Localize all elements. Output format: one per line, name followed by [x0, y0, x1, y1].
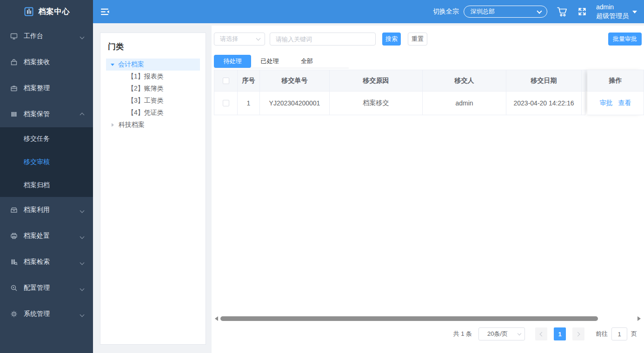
tree-node-label: 会计档案	[118, 60, 144, 69]
content-panel: 请选择 搜索 重置 批量审批 待处理 已处理 全部 序号 移交单号 移交原因 移…	[212, 26, 644, 353]
column-header-action: 操作	[587, 70, 644, 92]
cart-icon[interactable]	[557, 7, 568, 17]
pagination: 共 1 条 20条/页 1 前往 页	[453, 327, 637, 340]
sidebar-subitem-transfer-review[interactable]: 移交审核	[0, 150, 93, 174]
tree-child-report[interactable]: 【1】报表类	[106, 71, 200, 83]
cell-reason: 档案移交	[330, 92, 423, 115]
view-link[interactable]: 查看	[618, 99, 631, 107]
sidebar-item-archive-dispose[interactable]: 档案处置	[0, 223, 93, 249]
tab-pending[interactable]: 待处理	[214, 55, 251, 68]
tree-title: 门类	[108, 41, 200, 52]
tree-child-label: 【1】报表类	[127, 72, 164, 81]
sidebar-item-archive-arrange[interactable]: 档案整理	[0, 75, 93, 101]
chevron-down-icon	[80, 258, 84, 266]
total-count: 共 1 条	[453, 330, 472, 338]
sidebar-item-archive-search[interactable]: 档案检索	[0, 249, 93, 275]
main-area: 门类 会计档案 【1】报表类 【2】账簿类 【3】工资类 【4】凭证类 科技档案…	[93, 23, 644, 353]
tree-child-voucher[interactable]: 【4】凭证类	[106, 107, 200, 119]
magnifier-gear-icon	[10, 284, 18, 292]
sidebar-item-archive-use[interactable]: 档案利用	[0, 197, 93, 223]
table-row: 1 YJ202304200001 档案移交 admin 2023-04-20 1…	[214, 92, 587, 115]
tree-child-label: 【2】账簿类	[127, 85, 164, 93]
next-page-button[interactable]	[572, 327, 584, 340]
tree-node-label: 科技档案	[119, 121, 145, 129]
filter-select[interactable]: 请选择	[214, 33, 265, 46]
org-selected-value: 深圳总部	[471, 7, 495, 16]
tab-processed[interactable]: 已处理	[251, 55, 288, 68]
sidebar-item-archive-keep[interactable]: 档案保管	[0, 101, 93, 127]
archive-icon	[10, 111, 18, 118]
archive-keep-submenu: 移交任务 移交审核 档案归档	[0, 127, 93, 197]
column-header-date: 移交日期	[506, 70, 582, 92]
tab-all[interactable]: 全部	[288, 55, 325, 68]
cell-spacer	[582, 92, 585, 115]
search-button[interactable]: 搜索	[382, 33, 401, 46]
page-size-value: 20条/页	[487, 330, 508, 338]
chevron-right-icon	[576, 332, 580, 336]
sidebar-item-label: 档案处置	[24, 232, 50, 240]
page-size-select[interactable]: 20条/页	[478, 327, 525, 340]
prev-page-button[interactable]	[535, 327, 547, 340]
cell-actions: 审批 查看	[587, 92, 644, 115]
tree-node-accounting[interactable]: 会计档案	[106, 59, 200, 71]
fullscreen-icon[interactable]	[578, 7, 587, 16]
sidebar-item-label: 档案利用	[24, 206, 50, 214]
sidebar-item-config[interactable]: 配置管理	[0, 275, 93, 301]
sidebar: 档案中心 工作台 档案接收 档案整理 档案保管 移交任务 移交审核	[0, 0, 93, 353]
cell-person: admin	[423, 92, 506, 115]
sidebar-item-label: 档案整理	[24, 84, 50, 92]
sidebar-item-workbench[interactable]: 工作台	[0, 23, 93, 49]
sidebar-subitem-transfer-task[interactable]: 移交任务	[0, 127, 93, 150]
status-tabs: 待处理 已处理 全部	[214, 55, 349, 68]
column-header-seq: 序号	[238, 70, 260, 92]
caret-collapsed-icon[interactable]	[112, 123, 116, 127]
chevron-down-icon	[256, 36, 261, 41]
usage-box-icon	[10, 206, 18, 214]
row-checkbox[interactable]	[223, 100, 229, 106]
scroll-left-arrow-icon[interactable]	[215, 316, 218, 321]
keyword-input[interactable]	[270, 33, 376, 46]
tree-node-technology[interactable]: 科技档案	[106, 119, 200, 131]
current-page[interactable]: 1	[554, 327, 566, 340]
collapse-menu-icon[interactable]	[101, 8, 110, 15]
chevron-down-icon	[80, 33, 84, 40]
user-menu[interactable]: admin 超级管理员	[596, 3, 637, 20]
org-select[interactable]: 深圳总部	[464, 6, 547, 18]
column-header-person: 移交人	[423, 70, 506, 92]
tree-child-salary[interactable]: 【3】工资类	[106, 95, 200, 107]
chevron-down-icon	[80, 310, 84, 318]
sidebar-item-label: 配置管理	[24, 284, 50, 292]
chevron-down-icon	[80, 284, 84, 292]
row-checkbox-cell	[214, 92, 238, 115]
app-title: 档案中心	[39, 7, 70, 17]
chevron-down-icon	[537, 8, 542, 13]
sidebar-item-label: 工作台	[24, 32, 43, 40]
goto-page-input[interactable]	[611, 327, 627, 340]
sidebar-item-archive-receive[interactable]: 档案接收	[0, 49, 93, 75]
select-all-checkbox[interactable]	[223, 78, 229, 84]
scroll-right-arrow-icon[interactable]	[637, 316, 641, 321]
archive-search-icon	[10, 258, 18, 266]
tree-child-ledger[interactable]: 【2】账簿类	[106, 83, 200, 95]
caret-expanded-icon[interactable]	[111, 64, 114, 68]
header-checkbox-cell	[214, 70, 238, 92]
approve-link[interactable]: 审批	[600, 99, 613, 107]
submenu-label: 移交审核	[24, 158, 50, 166]
sidebar-subitem-archive-file[interactable]: 档案归档	[0, 174, 93, 197]
archive-logo-icon	[23, 6, 34, 17]
monitor-icon	[10, 33, 18, 40]
reset-button[interactable]: 重置	[408, 33, 427, 46]
chevron-down-icon	[80, 232, 84, 240]
chevron-left-icon	[540, 332, 544, 336]
batch-approve-button[interactable]: 批量审批	[608, 33, 642, 46]
sidebar-item-system[interactable]: 系统管理	[0, 301, 93, 327]
column-header-reason: 移交原因	[330, 70, 423, 92]
fixed-action-column: 操作 审批 查看	[587, 70, 644, 115]
caret-down-icon	[632, 11, 637, 16]
sidebar-item-label: 档案接收	[24, 58, 50, 66]
cell-date: 2023-04-20 14:22:16	[506, 92, 582, 115]
app-logo: 档案中心	[0, 0, 93, 23]
chevron-down-icon	[80, 206, 84, 214]
scrollbar-thumb[interactable]	[220, 316, 598, 321]
topbar: 切换全宗 深圳总部 admin 超级管理员	[93, 0, 644, 23]
